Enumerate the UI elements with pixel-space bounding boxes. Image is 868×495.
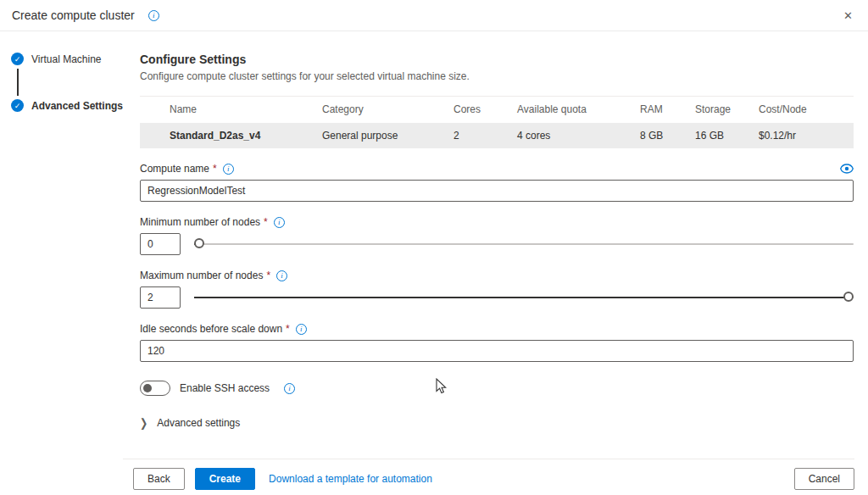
slider-handle[interactable] [843,292,854,302]
max-nodes-row [140,286,854,309]
cell-category: General purpose [322,130,453,142]
stepper-item-advanced-settings[interactable]: ✓ Advanced Settings [11,99,134,112]
dialog-header: Create compute cluster i ✕ [0,0,868,31]
idle-seconds-label-row: Idle seconds before scale down * i [140,323,854,335]
col-header-storage: Storage [695,103,759,115]
info-icon[interactable]: i [284,383,295,394]
slider-fill [194,297,845,298]
cell-storage: 16 GB [695,130,759,142]
cell-cost-node: $0.12/hr [759,130,854,142]
compute-name-input[interactable] [140,180,854,202]
advanced-settings-label: Advanced settings [157,417,240,429]
required-marker: * [266,270,270,281]
info-icon[interactable]: i [296,324,307,335]
slider-track [194,243,854,245]
idle-seconds-input[interactable] [140,340,854,362]
table-row-selected-vm[interactable]: Standard_D2as_v4 General purpose 2 4 cor… [140,123,854,148]
main-content: Configure Settings Configure compute clu… [140,53,854,429]
cancel-button[interactable]: Cancel [794,468,854,490]
download-template-link[interactable]: Download a template for automation [269,473,432,485]
info-icon[interactable]: i [274,217,285,228]
max-nodes-input[interactable] [140,286,181,309]
min-nodes-label: Minimum number of nodes [140,216,260,228]
chevron-right-icon: ❯ [140,416,147,430]
info-icon[interactable]: i [148,10,159,21]
stepper-connector-line [17,69,19,96]
step-label: Virtual Machine [31,53,102,65]
table-header-row: Name Category Cores Available quota RAM … [140,96,854,121]
compute-name-label: Compute name [140,163,209,175]
min-nodes-slider[interactable] [194,238,854,250]
footer-divider [123,459,854,459]
compute-name-label-row: Compute name * i [140,163,854,175]
min-nodes-input[interactable] [140,233,181,255]
max-nodes-label-row: Maximum number of nodes * i [140,270,854,281]
cell-available-quota: 4 cores [517,130,640,142]
slider-handle[interactable] [194,238,204,248]
cell-ram: 8 GB [640,130,695,142]
vm-size-table: Name Category Cores Available quota RAM … [140,96,854,148]
step-completed-check-icon: ✓ [11,53,24,65]
page-subtitle: Configure compute cluster settings for y… [140,70,854,82]
ssh-toggle[interactable] [140,381,170,396]
col-header-available-quota: Available quota [517,103,640,115]
col-header-category: Category [322,103,453,115]
max-nodes-label: Maximum number of nodes [140,270,263,281]
page-title: Configure Settings [140,53,854,66]
toggle-knob-icon [143,384,152,392]
footer: Back Create Download a template for auto… [133,468,854,490]
min-nodes-label-row: Minimum number of nodes * i [140,216,854,228]
stepper-item-virtual-machine[interactable]: ✓ Virtual Machine [11,53,134,65]
info-icon[interactable]: i [276,270,287,281]
info-icon[interactable]: i [223,164,234,175]
col-header-name: Name [140,103,322,115]
cell-cores: 2 [453,130,517,142]
min-nodes-row [140,233,854,255]
wizard-stepper: ✓ Virtual Machine ✓ Advanced Settings [11,53,134,112]
col-header-ram: RAM [640,103,695,115]
ssh-toggle-label: Enable SSH access [180,382,270,394]
idle-seconds-label: Idle seconds before scale down [140,323,282,335]
dialog-title: Create compute cluster [12,8,135,22]
step-completed-check-icon: ✓ [11,99,24,112]
eye-icon[interactable] [840,164,854,174]
required-marker: * [213,163,217,175]
close-icon[interactable]: ✕ [840,8,856,24]
col-header-cost-node: Cost/Node [759,103,854,115]
ssh-toggle-row: Enable SSH access i [140,381,854,396]
advanced-settings-expander[interactable]: ❯ Advanced settings [140,417,854,429]
cell-name: Standard_D2as_v4 [140,130,322,142]
back-button[interactable]: Back [133,468,185,490]
max-nodes-slider[interactable] [194,292,854,303]
required-marker: * [286,323,290,335]
create-button[interactable]: Create [195,468,255,490]
step-label: Advanced Settings [31,100,123,112]
col-header-cores: Cores [453,103,517,115]
required-marker: * [264,216,268,228]
